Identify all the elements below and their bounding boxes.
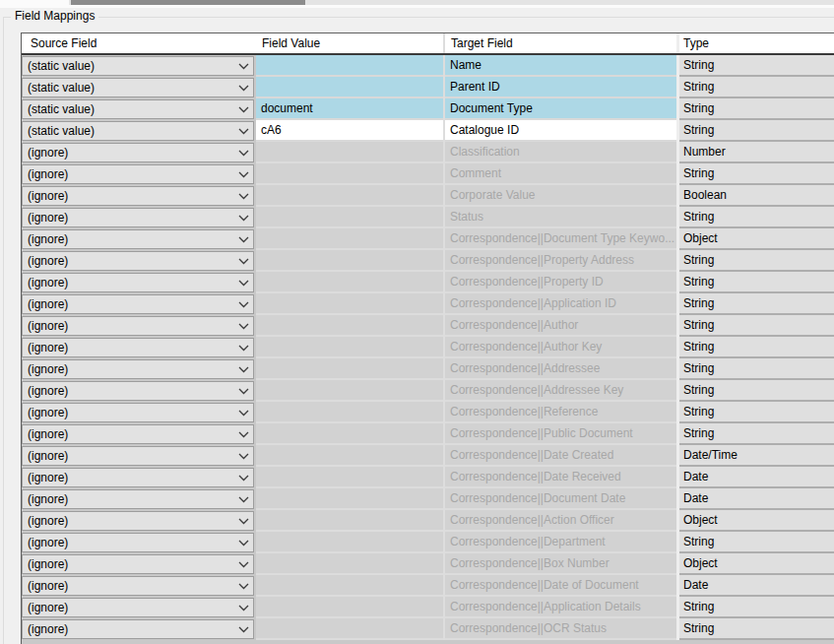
- mapping-row: (ignore) Correspondence||Author String: [22, 315, 834, 337]
- column-header-target-field: Target Field: [445, 33, 676, 53]
- type-cell: String: [679, 250, 834, 272]
- source-field-dropdown[interactable]: (ignore): [22, 143, 254, 162]
- target-field-cell: Correspondence||Date Received: [445, 467, 676, 488]
- source-field-dropdown[interactable]: (ignore): [22, 403, 254, 422]
- source-field-dropdown[interactable]: (ignore): [22, 164, 254, 184]
- type-text: String: [683, 600, 714, 613]
- chevron-down-icon: [234, 85, 253, 92]
- source-field-dropdown[interactable]: (ignore): [22, 381, 254, 401]
- target-field-cell: Correspondence||Application Details: [445, 597, 676, 618]
- field-value-cell: [256, 337, 443, 358]
- type-text: Date: [683, 578, 708, 592]
- type-cell: String: [679, 163, 834, 185]
- source-field-dropdown[interactable]: (ignore): [22, 619, 254, 639]
- chevron-down-icon: [234, 258, 253, 265]
- type-text: Date: [683, 491, 708, 505]
- target-field-cell: Correspondence||Author Key: [445, 337, 676, 358]
- source-field-cell: (static value): [22, 55, 254, 77]
- source-field-selected-value: (static value): [28, 81, 234, 95]
- source-field-selected-value: (ignore): [28, 297, 234, 311]
- source-field-selected-value: (ignore): [28, 622, 234, 636]
- source-field-dropdown[interactable]: (ignore): [22, 186, 254, 206]
- source-field-cell: (static value): [22, 120, 254, 142]
- mapping-row: (ignore) Corporate Value Boolean: [22, 185, 834, 207]
- source-field-dropdown[interactable]: (ignore): [22, 338, 254, 357]
- type-text: String: [683, 383, 714, 397]
- source-field-cell: (ignore): [22, 207, 254, 228]
- field-value-cell[interactable]: [256, 55, 443, 77]
- chevron-down-icon: [234, 496, 253, 503]
- field-value-cell[interactable]: [256, 77, 443, 98]
- target-field-cell: Correspondence||Reference: [445, 402, 676, 423]
- mapping-row: (ignore) Correspondence||OCR Status Stri…: [22, 618, 834, 640]
- target-field-text: Correspondence||Application ID: [450, 296, 616, 310]
- field-value-cell[interactable]: cA6: [256, 120, 443, 142]
- target-field-cell: Correspondence||Addressee: [445, 358, 676, 380]
- target-field-text: Name: [450, 58, 481, 72]
- source-field-cell: (ignore): [22, 445, 254, 467]
- chevron-down-icon: [234, 410, 253, 417]
- chevron-down-icon: [234, 345, 253, 352]
- target-field-cell: Correspondence||Property Address: [445, 250, 676, 272]
- source-field-dropdown[interactable]: (ignore): [22, 208, 254, 227]
- source-field-dropdown[interactable]: (ignore): [22, 554, 254, 574]
- target-field-cell: Correspondence||Addressee Key: [445, 380, 676, 402]
- column-header-type: Type: [679, 33, 834, 53]
- source-field-cell: (ignore): [22, 272, 254, 293]
- source-field-selected-value: (ignore): [28, 427, 234, 441]
- mapping-row: (ignore) Correspondence||Author Key Stri…: [22, 337, 834, 358]
- mapping-row: (ignore) Correspondence||Property ID Str…: [22, 272, 834, 293]
- source-field-selected-value: (static value): [28, 59, 234, 73]
- source-field-dropdown[interactable]: (ignore): [22, 533, 254, 552]
- source-field-dropdown[interactable]: (ignore): [22, 576, 254, 596]
- target-field-cell: Correspondence||Action Officer: [445, 510, 676, 532]
- source-field-cell: (ignore): [22, 315, 254, 337]
- type-text: String: [683, 210, 714, 224]
- field-value-cell[interactable]: document: [256, 98, 443, 120]
- target-field-text: Correspondence||Box Number: [450, 556, 609, 570]
- chevron-down-icon: [234, 323, 253, 330]
- target-field-cell: Correspondence||Date Created: [445, 445, 676, 467]
- source-field-dropdown[interactable]: (ignore): [22, 489, 254, 509]
- source-field-cell: (ignore): [22, 532, 254, 553]
- type-text: Object: [683, 556, 718, 570]
- type-cell: String: [679, 315, 834, 337]
- type-text: String: [683, 535, 714, 548]
- chevron-down-icon: [234, 366, 253, 373]
- grid-horizontal-scrollbar[interactable]: [22, 640, 834, 644]
- field-value-cell: [256, 380, 443, 402]
- source-field-dropdown[interactable]: (ignore): [22, 229, 254, 249]
- source-field-dropdown[interactable]: (ignore): [22, 273, 254, 292]
- source-field-dropdown[interactable]: (ignore): [22, 316, 254, 336]
- target-field-cell: Correspondence||Document Date: [445, 488, 676, 510]
- target-field-cell: Correspondence||Author: [445, 315, 676, 337]
- type-cell: String: [679, 597, 834, 618]
- target-field-cell: Classification: [445, 142, 676, 163]
- chevron-down-icon: [234, 388, 253, 395]
- source-field-dropdown[interactable]: (static value): [22, 121, 254, 141]
- target-field-cell: Name: [445, 55, 676, 77]
- type-cell: Object: [679, 553, 834, 575]
- source-field-dropdown[interactable]: (static value): [22, 78, 254, 97]
- source-field-dropdown[interactable]: (ignore): [22, 359, 254, 379]
- mapping-row: (ignore) Correspondence||Document Type K…: [22, 228, 834, 250]
- scrollbar-thumb[interactable]: [71, 0, 305, 5]
- source-field-cell: (ignore): [22, 142, 254, 163]
- source-field-dropdown[interactable]: (static value): [22, 56, 254, 76]
- source-field-dropdown[interactable]: (ignore): [22, 511, 254, 531]
- source-field-cell: (ignore): [22, 553, 254, 575]
- source-field-cell: (ignore): [22, 402, 254, 423]
- source-field-dropdown[interactable]: (ignore): [22, 251, 254, 271]
- source-field-dropdown[interactable]: (static value): [22, 99, 254, 119]
- field-value-text: document: [261, 101, 313, 115]
- source-field-dropdown[interactable]: (ignore): [22, 294, 254, 314]
- column-header-field-value: Field Value: [256, 33, 443, 53]
- type-cell: String: [679, 358, 834, 380]
- source-field-dropdown[interactable]: (ignore): [22, 598, 254, 617]
- source-field-selected-value: (ignore): [28, 492, 234, 506]
- field-value-cell: [256, 445, 443, 467]
- target-field-cell: Correspondence||Application ID: [445, 293, 676, 315]
- source-field-dropdown[interactable]: (ignore): [22, 424, 254, 444]
- source-field-dropdown[interactable]: (ignore): [22, 446, 254, 466]
- source-field-dropdown[interactable]: (ignore): [22, 468, 254, 487]
